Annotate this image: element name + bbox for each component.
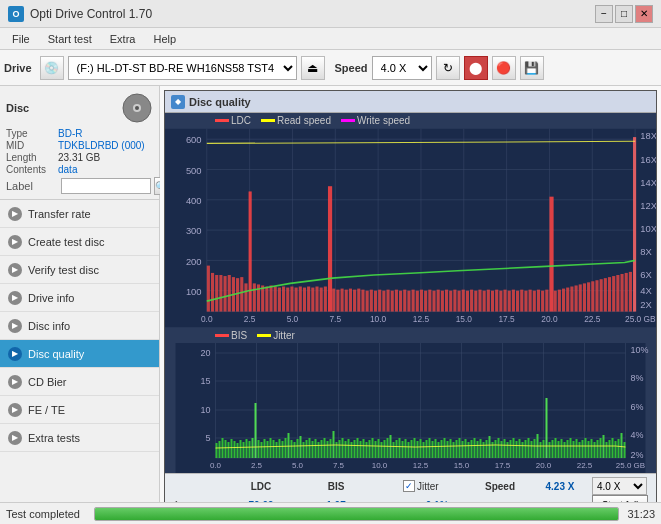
disc-info-icon: ▶ — [8, 319, 22, 333]
svg-rect-227 — [333, 431, 335, 458]
svg-text:17.5: 17.5 — [498, 314, 515, 324]
sidebar-item-fe-te[interactable]: ▶ FE / TE — [0, 396, 159, 424]
svg-rect-143 — [604, 278, 607, 311]
sidebar-item-transfer-rate[interactable]: ▶ Transfer rate — [0, 200, 159, 228]
svg-rect-253 — [411, 440, 413, 458]
svg-rect-49 — [211, 273, 214, 312]
svg-rect-55 — [236, 278, 239, 311]
extra-tests-icon: ▶ — [8, 431, 22, 445]
app-icon: O — [8, 6, 24, 22]
svg-rect-241 — [375, 441, 377, 458]
close-button[interactable]: ✕ — [635, 5, 653, 23]
svg-rect-192 — [228, 442, 230, 458]
mid-key: MID — [6, 140, 58, 151]
svg-rect-306 — [570, 438, 572, 458]
dq-title-bar: ◆ Disc quality — [165, 91, 656, 113]
svg-rect-197 — [243, 442, 245, 458]
svg-rect-77 — [328, 186, 332, 311]
sidebar-item-drive-info[interactable]: ▶ Drive info — [0, 284, 159, 312]
speed-label: Speed — [335, 62, 368, 74]
settings-button1[interactable]: ⬤ — [464, 56, 488, 80]
eject-button[interactable]: ⏏ — [301, 56, 325, 80]
svg-rect-100 — [424, 291, 427, 312]
window-title: Opti Drive Control 1.70 — [30, 7, 152, 21]
svg-rect-65 — [278, 288, 281, 312]
svg-rect-123 — [520, 290, 523, 312]
svg-rect-285 — [507, 442, 509, 458]
minimize-button[interactable]: − — [595, 5, 613, 23]
svg-rect-114 — [483, 291, 486, 312]
sidebar-item-extra-tests[interactable]: ▶ Extra tests — [0, 424, 159, 452]
svg-rect-226 — [330, 439, 332, 458]
speed-select[interactable]: 1.0 X2.0 X4.0 X6.0 X8.0 X — [372, 56, 432, 80]
svg-rect-300 — [552, 440, 554, 458]
svg-rect-322 — [618, 439, 620, 458]
sidebar-item-disc-info[interactable]: ▶ Disc info — [0, 312, 159, 340]
svg-rect-237 — [363, 439, 365, 458]
svg-rect-250 — [402, 441, 404, 458]
svg-text:2.5: 2.5 — [244, 314, 256, 324]
write-speed-color — [341, 119, 355, 122]
legend-jitter: Jitter — [257, 330, 295, 341]
disc-icon — [121, 92, 153, 124]
upper-chart: 600 500 400 300 200 100 18X 16X 14X 12X … — [165, 128, 656, 328]
svg-rect-288 — [516, 441, 518, 458]
length-key: Length — [6, 152, 58, 163]
svg-rect-59 — [253, 283, 256, 311]
svg-rect-319 — [609, 440, 611, 458]
svg-text:500: 500 — [186, 165, 202, 176]
svg-rect-194 — [234, 441, 236, 458]
maximize-button[interactable]: □ — [615, 5, 633, 23]
svg-rect-301 — [555, 438, 557, 458]
svg-text:6%: 6% — [631, 402, 644, 412]
svg-rect-116 — [491, 291, 494, 312]
svg-rect-256 — [420, 439, 422, 458]
label-input[interactable] — [61, 178, 151, 194]
dq-title-icon: ◆ — [171, 95, 185, 109]
svg-rect-276 — [480, 439, 482, 458]
sidebar-item-verify-test-disc[interactable]: ▶ Verify test disc — [0, 256, 159, 284]
svg-rect-251 — [405, 439, 407, 458]
label-key: Label — [6, 180, 58, 192]
svg-rect-234 — [354, 440, 356, 458]
sidebar-item-create-test-disc[interactable]: ▶ Create test disc — [0, 228, 159, 256]
sidebar-item-cd-bier[interactable]: ▶ CD Bier — [0, 368, 159, 396]
svg-text:5: 5 — [205, 433, 210, 443]
svg-rect-202 — [258, 440, 260, 458]
sidebar-item-disc-quality[interactable]: ▶ Disc quality — [0, 340, 159, 368]
settings-button2[interactable]: 🔴 — [492, 56, 516, 80]
drive-select[interactable]: (F:) HL-DT-ST BD-RE WH16NS58 TST4 — [68, 56, 297, 80]
svg-rect-140 — [591, 281, 594, 311]
window-controls[interactable]: − □ ✕ — [595, 5, 653, 23]
jitter-label: Jitter — [417, 481, 439, 492]
svg-rect-304 — [564, 442, 566, 458]
menu-help[interactable]: Help — [145, 31, 184, 47]
svg-rect-315 — [597, 440, 599, 458]
drive-icon-button[interactable]: 💿 — [40, 56, 64, 80]
speed-dropdown[interactable]: 4.0 X — [592, 477, 647, 495]
ldc-color — [215, 119, 229, 122]
menu-file[interactable]: File — [4, 31, 38, 47]
svg-rect-323 — [621, 433, 623, 458]
svg-rect-206 — [270, 438, 272, 458]
jitter-checkbox[interactable]: ✓ — [403, 480, 415, 492]
svg-rect-231 — [345, 441, 347, 458]
svg-rect-199 — [249, 441, 251, 458]
svg-rect-279 — [489, 436, 491, 458]
disc-panel-title: Disc — [6, 102, 29, 114]
menu-start-test[interactable]: Start test — [40, 31, 100, 47]
menu-extra[interactable]: Extra — [102, 31, 144, 47]
svg-rect-282 — [498, 438, 500, 458]
svg-rect-320 — [612, 438, 614, 458]
svg-text:14X: 14X — [640, 177, 656, 188]
svg-rect-239 — [369, 440, 371, 458]
svg-rect-82 — [349, 289, 352, 312]
svg-rect-296 — [540, 442, 542, 458]
save-button[interactable]: 💾 — [520, 56, 544, 80]
svg-rect-144 — [608, 277, 611, 311]
svg-rect-268 — [456, 440, 458, 458]
refresh-button[interactable]: ↻ — [436, 56, 460, 80]
svg-rect-230 — [342, 438, 344, 458]
svg-rect-281 — [495, 440, 497, 458]
svg-text:20: 20 — [200, 348, 210, 358]
